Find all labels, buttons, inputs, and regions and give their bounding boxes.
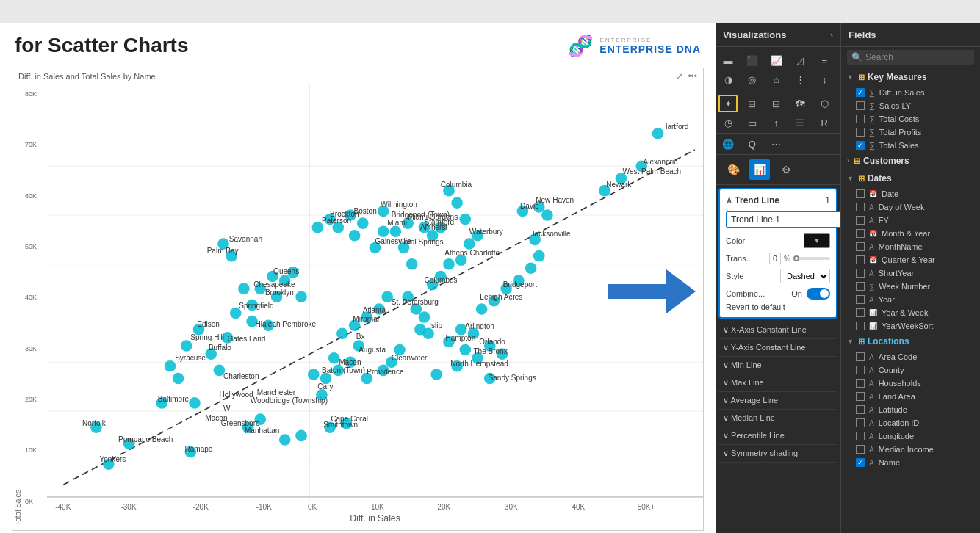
- fields-section-customers-header[interactable]: › ⊞ Customers: [841, 152, 980, 170]
- trend-revert-button[interactable]: Revert to default: [726, 302, 830, 311]
- field-date-checkbox[interactable]: [856, 189, 865, 198]
- viz-icon-donut[interactable]: ◎: [743, 70, 762, 88]
- field-land-area-checkbox[interactable]: [856, 392, 865, 401]
- viz-icon-funnel[interactable]: ⌂: [767, 70, 786, 88]
- field-fy-checkbox[interactable]: [856, 216, 865, 225]
- viz-icon-filled-map[interactable]: ⬡: [815, 95, 834, 112]
- field-households-checkbox[interactable]: [856, 379, 865, 388]
- field-latitude-checkbox[interactable]: [856, 405, 865, 414]
- field-shortyear[interactable]: A ShortYear: [841, 266, 980, 280]
- analytics-median-line[interactable]: ∨ Median Line: [718, 410, 837, 427]
- field-year-checkbox[interactable]: [856, 295, 865, 304]
- field-total-profits-checkbox[interactable]: [856, 128, 865, 137]
- trans-slider[interactable]: [793, 257, 830, 260]
- viz-icon-table[interactable]: ⊞: [743, 95, 762, 112]
- field-longitude[interactable]: A Longitude: [841, 429, 980, 443]
- viz-icon-gauge[interactable]: ◷: [718, 114, 738, 131]
- fields-section-dates-header[interactable]: ▼ ⊞ Dates: [841, 170, 980, 187]
- field-month-year[interactable]: 📅 Month & Year: [841, 227, 980, 240]
- field-year-week-checkbox[interactable]: [856, 308, 865, 317]
- field-sales-ly-checkbox[interactable]: [856, 101, 865, 110]
- field-quarter-year-checkbox[interactable]: [856, 255, 865, 264]
- viz-icon-pie[interactable]: ◑: [718, 70, 738, 88]
- viz-panel-collapse[interactable]: ›: [830, 30, 833, 40]
- scatter-chart-container[interactable]: Diff. in Sales and Total Sales by Name ⤢…: [12, 68, 704, 531]
- viz-icon-azure-map[interactable]: 🌐: [718, 135, 738, 153]
- field-month-year-checkbox[interactable]: [856, 229, 865, 238]
- viz-icon-matrix[interactable]: ⊟: [767, 95, 786, 112]
- fields-search-input[interactable]: [865, 52, 976, 62]
- field-year[interactable]: A Year: [841, 293, 980, 306]
- viz-icon-qna[interactable]: Q: [743, 135, 762, 153]
- viz-format-icon[interactable]: 🎨: [723, 159, 743, 180]
- viz-icon-shape[interactable]: R: [815, 114, 834, 131]
- analytics-x-axis-constant[interactable]: ∨ X-Axis Constant Line: [718, 322, 837, 339]
- field-yearweeksort[interactable]: 📊 YearWeekSort: [841, 319, 980, 333]
- viz-icon-line[interactable]: 📈: [767, 51, 786, 69]
- field-total-costs[interactable]: ∑ Total Costs: [841, 112, 980, 126]
- trend-color-swatch[interactable]: ▼: [804, 233, 830, 248]
- viz-icon-area[interactable]: ◿: [790, 51, 810, 69]
- viz-filter-icon[interactable]: ⚙: [776, 159, 796, 180]
- viz-icon-waterfall[interactable]: ↕: [815, 70, 834, 88]
- field-monthname[interactable]: A MonthName: [841, 240, 980, 253]
- field-shortyear-checkbox[interactable]: [856, 269, 865, 278]
- field-county[interactable]: A County: [841, 363, 980, 377]
- field-total-costs-checkbox[interactable]: [856, 115, 865, 123]
- trend-name-input[interactable]: [726, 211, 846, 228]
- viz-icon-scatter[interactable]: ✦: [718, 95, 738, 112]
- field-households[interactable]: A Households: [841, 377, 980, 390]
- field-date[interactable]: 📅 Date: [841, 187, 980, 200]
- field-name[interactable]: A Name: [841, 456, 980, 469]
- viz-icon-column[interactable]: ⬛: [743, 51, 762, 69]
- trend-toggle-switch[interactable]: [807, 288, 830, 300]
- analytics-y-axis-constant[interactable]: ∨ Y-Axis Constant Line: [718, 339, 837, 357]
- viz-icon-kpi[interactable]: ↑: [767, 114, 786, 131]
- field-year-week[interactable]: 📊 Year & Week: [841, 306, 980, 319]
- field-monthname-checkbox[interactable]: [856, 242, 865, 251]
- field-day-of-week[interactable]: A Day of Week: [841, 200, 980, 214]
- trend-style-select[interactable]: Dashed Solid Dotted: [780, 269, 830, 283]
- viz-icon-bar[interactable]: ▬: [718, 51, 738, 69]
- field-area-code-checkbox[interactable]: [856, 352, 865, 361]
- field-latitude[interactable]: A Latitude: [841, 403, 980, 416]
- field-sales-ly[interactable]: ∑ Sales LY: [841, 99, 980, 112]
- field-longitude-checkbox[interactable]: [856, 432, 865, 440]
- field-week-number[interactable]: ∑ Week Number: [841, 280, 980, 293]
- field-area-code[interactable]: A Area Code: [841, 350, 980, 363]
- field-yearweeksort-checkbox[interactable]: [856, 322, 865, 330]
- analytics-percentile-line[interactable]: ∨ Percentile Line: [718, 427, 837, 445]
- more-icon[interactable]: •••: [688, 71, 697, 81]
- field-total-sales[interactable]: ∑ Total Sales: [841, 139, 980, 152]
- field-total-profits[interactable]: ∑ Total Profits: [841, 126, 980, 139]
- field-diff-in-sales[interactable]: ∑ Diff. in Sales: [841, 86, 980, 99]
- field-county-checkbox[interactable]: [856, 366, 865, 374]
- field-diff-in-sales-checkbox[interactable]: [856, 88, 865, 97]
- fields-section-key-measures-header[interactable]: ▼ ⊞ Key Measures: [841, 68, 980, 86]
- viz-icon-stacked[interactable]: ≡: [815, 51, 834, 69]
- field-name-checkbox[interactable]: [856, 458, 865, 467]
- field-location-id[interactable]: A Location ID: [841, 416, 980, 429]
- analytics-min-line[interactable]: ∨ Min Line: [718, 357, 837, 374]
- viz-icon-card[interactable]: ▭: [743, 114, 762, 131]
- svg-text:Columbus: Columbus: [424, 276, 457, 284]
- viz-icon-decomp[interactable]: ⋯: [767, 135, 786, 153]
- analytics-max-line[interactable]: ∨ Max Line: [718, 374, 837, 392]
- viz-icon-map[interactable]: 🗺: [790, 95, 810, 112]
- viz-icon-slicer[interactable]: ☰: [790, 114, 810, 131]
- field-week-number-checkbox[interactable]: [856, 282, 865, 291]
- analytics-symmetry-shading[interactable]: ∨ Symmetry shading: [718, 445, 837, 463]
- field-land-area[interactable]: A Land Area: [841, 390, 980, 403]
- analytics-average-line[interactable]: ∨ Average Line: [718, 392, 837, 410]
- viz-analytics-icon[interactable]: 📊: [749, 159, 770, 180]
- fields-section-locations-header[interactable]: ▼ ⊞ Locations: [841, 333, 980, 350]
- field-median-income-checkbox[interactable]: [856, 445, 865, 454]
- field-quarter-year[interactable]: 📅 Quarter & Year: [841, 253, 980, 266]
- field-median-income[interactable]: A Median Income: [841, 443, 980, 456]
- field-total-sales-checkbox[interactable]: [856, 141, 865, 150]
- field-fy[interactable]: A FY: [841, 214, 980, 227]
- viz-icon-ribbon[interactable]: ⋮: [790, 70, 810, 88]
- field-day-of-week-checkbox[interactable]: [856, 203, 865, 211]
- expand-icon[interactable]: ⤢: [676, 71, 683, 81]
- field-location-id-checkbox[interactable]: [856, 418, 865, 427]
